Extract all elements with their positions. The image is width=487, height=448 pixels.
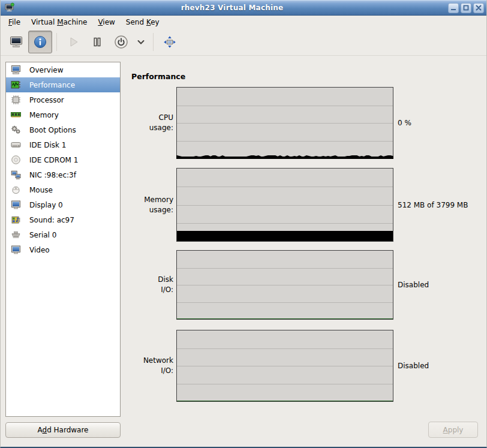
- graph-label-cpu-usage: CPUusage:: [121, 113, 173, 133]
- menu-virtual-machine[interactable]: Virtual Machine: [26, 17, 92, 28]
- toolbar-separator: [153, 33, 154, 51]
- console-icon: [9, 35, 23, 49]
- graph-network-i-o: [176, 330, 393, 402]
- shutdown-menu-button[interactable]: [133, 31, 149, 53]
- serial-icon: [11, 230, 21, 240]
- sidebar-item-display-0[interactable]: Display 0: [6, 197, 120, 212]
- page-title: Performance: [131, 72, 185, 81]
- gridline: [177, 366, 393, 366]
- sidebar-item-label: Boot Options: [29, 126, 76, 134]
- graph-value-cpu-usage: 0 %: [398, 118, 411, 128]
- sidebar-item-video[interactable]: Video: [6, 242, 120, 257]
- processor-icon: [11, 95, 21, 105]
- graph-value-disk-i-o: Disabled: [398, 280, 429, 290]
- toolbar: [1, 28, 486, 56]
- boot-options-icon: [11, 125, 21, 135]
- chevron-down-icon: [134, 35, 148, 49]
- sidebar-item-label: Display 0: [29, 201, 63, 209]
- menu-view[interactable]: View: [92, 17, 120, 28]
- window-title: rhevh23 Virtual Machine: [16, 4, 448, 12]
- maximize-icon: [463, 5, 469, 11]
- sidebar-item-mouse[interactable]: Mouse: [6, 182, 120, 197]
- gridline: [177, 384, 393, 384]
- disk-icon: [11, 140, 21, 150]
- memory-icon: [11, 110, 21, 120]
- menubar: File Virtual Machine View Send Key: [1, 16, 486, 28]
- minimize-button[interactable]: [448, 3, 459, 13]
- sidebar-item-label: NIC :98:ec:3f: [29, 171, 76, 179]
- cpu-usage-series: [177, 88, 393, 158]
- sidebar-item-label: IDE CDROM 1: [29, 156, 78, 164]
- shutdown-button[interactable]: [109, 31, 133, 53]
- graph-disk-i-o: [176, 250, 393, 320]
- hardware-list: OverviewPerformanceProcessorMemoryBoot O…: [5, 62, 121, 417]
- maximize-button[interactable]: [461, 3, 471, 13]
- sidebar-item-serial-0[interactable]: Serial 0: [6, 227, 120, 242]
- pause-button[interactable]: [85, 31, 109, 53]
- sound-icon: [11, 215, 21, 225]
- close-icon: [476, 5, 482, 11]
- sidebar-item-label: Processor: [29, 96, 64, 104]
- vm-details-window: rhevh23 Virtual Machine File Virtual Mac…: [0, 0, 487, 448]
- minimize-icon: [450, 5, 456, 11]
- computer-icon: [11, 65, 21, 75]
- menu-file[interactable]: File: [3, 17, 26, 28]
- sidebar-item-nic-98-ec-3f[interactable]: NIC :98:ec:3f: [6, 167, 120, 182]
- nic-icon: [11, 170, 21, 180]
- sidebar-item-memory[interactable]: Memory: [6, 107, 120, 122]
- mouse-icon: [11, 185, 21, 195]
- sidebar-item-performance[interactable]: Performance: [6, 77, 120, 92]
- graph-label-disk-i-o: DiskI/O:: [121, 275, 173, 295]
- sidebar-item-label: Video: [29, 246, 50, 254]
- add-hardware-button[interactable]: Add Hardware: [5, 422, 121, 438]
- sidebar-item-label: Sound: ac97: [29, 216, 74, 224]
- menu-send-key[interactable]: Send Key: [121, 17, 165, 28]
- sidebar-item-label: Serial 0: [29, 231, 56, 239]
- fullscreen-icon: [163, 35, 177, 49]
- show-details-button[interactable]: [28, 31, 52, 53]
- info-icon: [33, 35, 47, 49]
- fullscreen-button[interactable]: [158, 31, 182, 53]
- zero-line: [177, 401, 393, 401]
- run-button[interactable]: [61, 31, 85, 53]
- sidebar-item-ide-cdrom-1[interactable]: IDE CDROM 1: [6, 152, 120, 167]
- video-icon: [11, 245, 21, 255]
- apply-button[interactable]: Apply: [428, 422, 478, 438]
- show-console-button[interactable]: [4, 31, 28, 53]
- sidebar-item-label: Memory: [29, 111, 59, 119]
- sidebar-item-overview[interactable]: Overview: [6, 62, 120, 77]
- gridline: [177, 205, 393, 206]
- pause-icon: [90, 35, 104, 49]
- performance-icon: [11, 80, 21, 90]
- titlebar[interactable]: rhevh23 Virtual Machine: [1, 0, 486, 16]
- play-icon: [66, 35, 80, 49]
- display-icon: [11, 200, 21, 210]
- power-icon: [114, 35, 128, 49]
- sidebar-item-label: Overview: [29, 66, 64, 74]
- zero-line: [177, 318, 393, 319]
- toolbar-separator: [56, 33, 57, 51]
- sidebar-item-label: Mouse: [29, 186, 53, 194]
- graph-value-memory-usage: 512 MB of 3799 MB: [398, 200, 468, 210]
- gridline: [177, 285, 393, 285]
- graph-label-network-i-o: NetworkI/O:: [121, 356, 173, 376]
- gridline: [177, 302, 393, 303]
- sidebar-item-label: Performance: [29, 81, 75, 89]
- graph-value-network-i-o: Disabled: [398, 361, 429, 371]
- sidebar-item-boot-options[interactable]: Boot Options: [6, 122, 120, 137]
- sidebar-item-sound-ac97[interactable]: Sound: ac97: [6, 212, 120, 227]
- graph-cpu-usage: [176, 87, 393, 159]
- sidebar-item-processor[interactable]: Processor: [6, 92, 120, 107]
- vm-window-icon: [4, 2, 15, 13]
- gridline: [177, 223, 393, 224]
- cdrom-icon: [11, 155, 21, 165]
- sidebar-item-label: IDE Disk 1: [29, 141, 66, 149]
- memory-usage-series: [177, 231, 393, 241]
- close-button[interactable]: [473, 3, 484, 13]
- gridline: [177, 268, 393, 269]
- gridline: [177, 187, 393, 187]
- graph-memory-usage: [176, 168, 393, 242]
- graph-label-memory-usage: Memoryusage:: [121, 195, 173, 215]
- sidebar-item-ide-disk-1[interactable]: IDE Disk 1: [6, 137, 120, 152]
- gridline: [177, 348, 393, 349]
